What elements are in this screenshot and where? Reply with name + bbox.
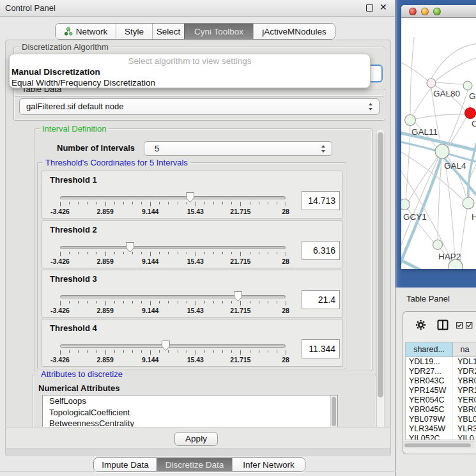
tab-label: jActiveMNodules <box>262 27 326 36</box>
popup-option-manual-discretization[interactable]: Manual Discretization <box>10 66 370 77</box>
threshold-label: Threshold 4 <box>50 323 97 333</box>
popup-placeholder-item[interactable]: Select algorithm to view settings <box>10 56 370 66</box>
slider-tick-label: -3.426 <box>50 208 70 215</box>
table-hscrollbar-thumb[interactable] <box>404 443 471 447</box>
network-node-gal80[interactable] <box>427 79 436 88</box>
table-row[interactable]: YDL19...YDL1 <box>406 357 476 367</box>
bottom-tab-discretize-data[interactable]: Discretize Data <box>157 458 232 472</box>
slider-tick <box>240 202 241 206</box>
tab-select[interactable]: Select <box>152 24 184 39</box>
slider-tick-label: 21.715 <box>230 257 250 265</box>
tab-jactivemnodules[interactable]: jActiveMNodules <box>253 24 335 39</box>
minimize-traffic-light-icon[interactable] <box>421 8 429 15</box>
threshold-panel-2: Threshold 2-3.4262.8599.14415.4321.71528… <box>42 220 343 268</box>
slider-tick <box>222 350 223 353</box>
apply-button[interactable]: Apply <box>174 432 218 446</box>
slider-tick <box>240 350 241 355</box>
checkbox-icon[interactable] <box>456 322 463 329</box>
attribute-item-topologicalcoefficient[interactable]: TopologicalCoefficient <box>43 407 337 418</box>
popup-option-equal-width-frequency-discretization[interactable]: Equal Width/Frequency Discretization <box>10 77 370 88</box>
settings-scrollbar-thumb[interactable] <box>378 132 383 397</box>
num-intervals-combobox[interactable]: 5 <box>144 141 332 156</box>
table-column-header[interactable]: na <box>453 342 476 357</box>
tab-style[interactable]: Style <box>116 24 152 39</box>
attributes-scrollbar[interactable] <box>330 395 337 430</box>
network-edge <box>413 88 431 115</box>
gear-icon[interactable] <box>415 319 426 330</box>
slider-track[interactable] <box>60 344 286 348</box>
numerical-attributes-list[interactable]: SelfLoopsTopologicalCoefficientBetweenne… <box>42 395 338 431</box>
tab-cyni-toolbox[interactable]: Cyni Toolbox <box>184 24 253 39</box>
table-column-header[interactable]: shared... <box>406 342 453 357</box>
slider-track[interactable] <box>60 196 286 199</box>
table-row[interactable]: YDR27...YDR2 <box>406 367 476 376</box>
slider-track[interactable] <box>60 295 286 298</box>
table-row[interactable]: YPR145WYPR1 <box>406 386 476 395</box>
bottom-tab-impute-data[interactable]: Impute Data <box>94 458 157 472</box>
table-cell: YBR0 <box>453 376 476 386</box>
slider-tick <box>69 350 70 353</box>
slider-tick <box>187 252 187 254</box>
tab-label: Infer Network <box>243 460 294 470</box>
split-columns-icon[interactable] <box>437 319 449 330</box>
network-edge <box>410 37 414 114</box>
slider-thumb[interactable] <box>161 340 171 351</box>
network-node-hap2[interactable] <box>433 240 443 250</box>
table-data-combobox[interactable]: galFiltered.sif default node <box>19 98 380 115</box>
threshold-value-field[interactable]: 6.316 <box>302 241 340 260</box>
table-row[interactable]: YER054CYER0 <box>406 395 476 405</box>
table-row[interactable]: YBL079WYBL0 <box>406 415 476 424</box>
slider-tick <box>196 350 196 355</box>
slider-tick <box>187 301 187 303</box>
bottom-tab-infer-network[interactable]: Infer Network <box>232 458 305 472</box>
slider-thumb[interactable] <box>125 242 135 253</box>
network-canvas-svg: GAL80GACGAL11GAL4GCY1HHAP2 <box>401 18 476 269</box>
slider-tick <box>114 202 115 204</box>
float-window-icon[interactable] <box>366 4 373 12</box>
network-node-g-top[interactable] <box>463 81 472 90</box>
slider-tick <box>178 252 178 254</box>
table-row[interactable]: YBR045CYBR0 <box>406 405 476 415</box>
threshold-value-field[interactable]: 21.4 <box>302 290 340 309</box>
settings-scrollbar[interactable] <box>376 128 385 445</box>
slider-tick <box>96 202 97 204</box>
apply-strip: Apply <box>6 427 390 449</box>
close-window-icon[interactable]: ✕ <box>380 2 387 12</box>
table-row[interactable]: YBR043CYBR0 <box>406 376 476 386</box>
tab-label: Cyni Toolbox <box>194 27 243 36</box>
slider-tick <box>231 252 232 254</box>
checkbox-icon[interactable] <box>466 322 473 329</box>
table-row[interactable]: YLR345WYLR3 <box>406 424 476 434</box>
slider-thumb[interactable] <box>233 291 243 302</box>
slider-tick-label: 9.144 <box>142 356 158 364</box>
zoom-traffic-light-icon[interactable] <box>433 8 441 15</box>
network-canvas[interactable]: GAL80GACGAL11GAL4GCY1HHAP2 <box>401 18 476 269</box>
network-node-gal4[interactable] <box>435 144 449 158</box>
slider-tick <box>87 350 88 353</box>
tab-network[interactable]: Network <box>56 24 116 39</box>
network-node-red[interactable] <box>465 108 476 119</box>
slider-tick <box>69 202 70 204</box>
slider-tick <box>105 301 106 305</box>
table-hscrollbar[interactable] <box>403 441 475 449</box>
slider-tick <box>222 252 223 254</box>
table-row[interactable]: YIL052CYIL0 <box>406 434 476 440</box>
threshold-label: Threshold 2 <box>50 225 97 234</box>
slider-tick <box>69 252 70 254</box>
attribute-item-selfloops[interactable]: SelfLoops <box>43 395 337 407</box>
threshold-value-field[interactable]: 14.713 <box>302 191 340 210</box>
close-traffic-light-icon[interactable] <box>409 8 417 15</box>
network-edge <box>401 63 427 81</box>
network-node-h[interactable] <box>463 197 474 209</box>
threshold-value-field[interactable]: 11.344 <box>302 339 340 358</box>
screenshot-root: Control Panel ✕ NetworkStyleSelectCyni T… <box>0 0 476 476</box>
slider-tick-label: 15.43 <box>187 307 204 314</box>
network-node-gcy1[interactable] <box>401 199 410 210</box>
table-cell: YDR2 <box>453 367 476 376</box>
slider-track[interactable] <box>60 246 286 249</box>
group-title: Interval Definition <box>40 124 109 134</box>
attribute-items: SelfLoopsTopologicalCoefficientBetweenne… <box>43 395 337 429</box>
network-node-gal11[interactable] <box>405 115 416 126</box>
attributes-scrollbar-thumb[interactable] <box>332 397 336 426</box>
table-cell: YDL1 <box>453 357 476 367</box>
